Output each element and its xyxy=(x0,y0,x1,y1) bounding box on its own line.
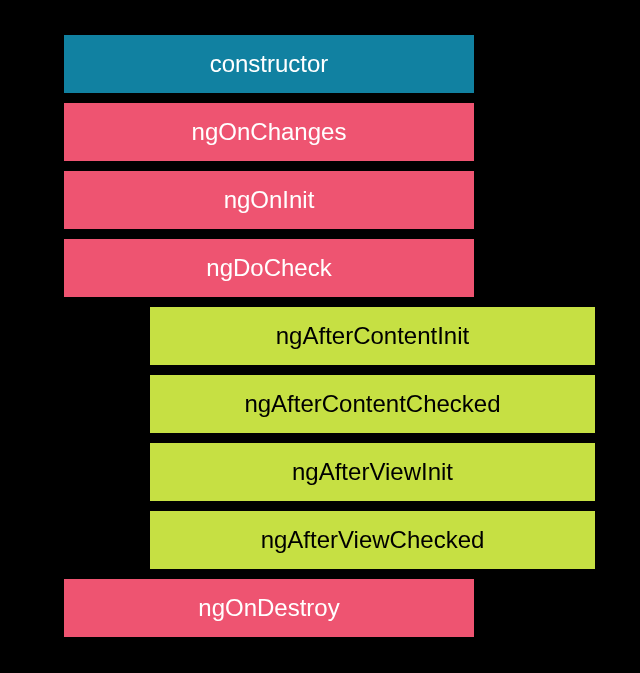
lifecycle-step-ngonchanges: ngOnChanges xyxy=(64,103,474,161)
step-label: ngDoCheck xyxy=(206,254,331,282)
lifecycle-step-ngafterviewinit: ngAfterViewInit xyxy=(150,443,595,501)
lifecycle-step-ngafterviewchecked: ngAfterViewChecked xyxy=(150,511,595,569)
lifecycle-step-ngondestroy: ngOnDestroy xyxy=(64,579,474,637)
lifecycle-step-ngaftercontentinit: ngAfterContentInit xyxy=(150,307,595,365)
lifecycle-step-ngaftercontentchecked: ngAfterContentChecked xyxy=(150,375,595,433)
step-label: ngAfterViewInit xyxy=(292,458,453,486)
step-label: ngAfterContentChecked xyxy=(244,390,500,418)
step-label: ngOnDestroy xyxy=(198,594,339,622)
lifecycle-step-ngoninit: ngOnInit xyxy=(64,171,474,229)
step-label: ngOnInit xyxy=(224,186,315,214)
lifecycle-diagram: constructor ngOnChanges ngOnInit ngDoChe… xyxy=(0,35,640,637)
step-label: ngOnChanges xyxy=(192,118,347,146)
step-label: constructor xyxy=(210,50,329,78)
step-label: ngAfterContentInit xyxy=(276,322,469,350)
lifecycle-step-constructor: constructor xyxy=(64,35,474,93)
lifecycle-step-ngdocheck: ngDoCheck xyxy=(64,239,474,297)
step-label: ngAfterViewChecked xyxy=(261,526,485,554)
